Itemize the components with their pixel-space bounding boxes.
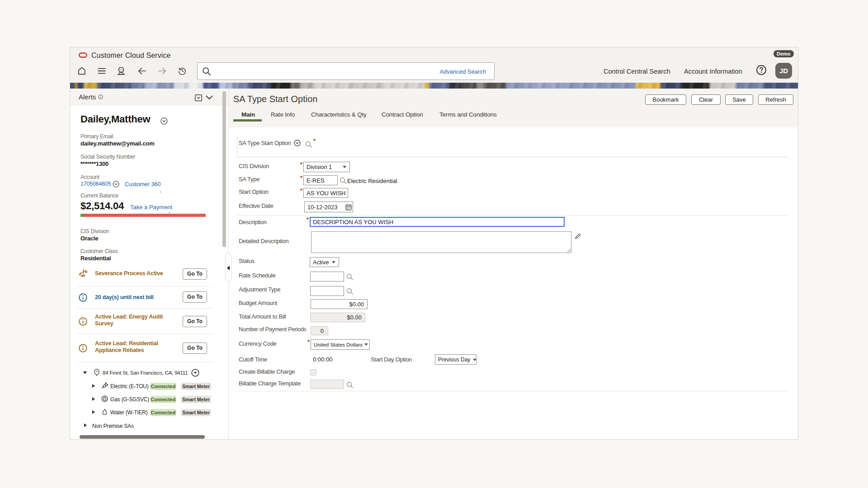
goto-energy-audit-button[interactable]: Go To — [183, 316, 207, 327]
sidebar-collapse-handle[interactable] — [225, 253, 231, 282]
adjustment-type-input[interactable] — [310, 286, 344, 296]
description-input[interactable]: DESCRIPTION AS YOU WISH — [310, 217, 565, 227]
gas-connected-badge: Connected — [150, 396, 176, 403]
sa-type-value: E-RES — [307, 177, 325, 184]
collapse-arrow-icon — [227, 266, 230, 270]
account-label: Account — [80, 174, 99, 180]
water-icon — [101, 408, 108, 415]
sa-type-input[interactable]: E-RES — [303, 175, 338, 185]
tab-contract-option[interactable]: Contract Option — [382, 111, 423, 118]
adjustment-type-search-icon[interactable] — [346, 288, 354, 295]
help-icon[interactable] — [756, 65, 767, 75]
vertical-scrollbar[interactable] — [222, 91, 226, 247]
advanced-search-link[interactable]: Advanced Search — [439, 68, 486, 75]
global-search-input[interactable] — [213, 63, 439, 80]
section-search-icon[interactable] — [305, 141, 312, 148]
detailed-description-textarea[interactable] — [311, 231, 571, 253]
user-avatar[interactable]: JD — [775, 63, 792, 79]
balance-bar-paid — [80, 214, 83, 217]
start-day-option-value: Previous Day — [438, 357, 470, 363]
account-menu-icon[interactable] — [113, 181, 119, 188]
section-menu-icon[interactable] — [294, 140, 301, 146]
collapse-chevron-icon[interactable] — [206, 95, 213, 100]
decorative-banner — [70, 83, 798, 89]
premise-expand-caret[interactable] — [83, 371, 87, 374]
water-expand-caret[interactable] — [92, 410, 95, 414]
budget-amount-input[interactable]: $0.00 — [311, 299, 368, 309]
refresh-button[interactable]: Refresh — [758, 94, 793, 105]
non-premise-expand-caret[interactable] — [84, 423, 87, 427]
customer-class-label: Customer Class — [80, 248, 118, 254]
currency-code-value: United States Dollars — [314, 342, 363, 347]
premise-address-link[interactable]: 84 Front St, San Francisco, CA, 94111 — [103, 370, 188, 375]
water-service-label[interactable]: Water (W-TIER) — [110, 409, 148, 416]
calendar-icon[interactable] — [345, 204, 352, 211]
tab-rate-info[interactable]: Rate Info — [271, 111, 295, 118]
alert-item-next-bill: 20 day(s) until next bill — [95, 294, 179, 301]
goto-severance-button[interactable]: Go To — [183, 268, 207, 280]
goto-next-bill-button[interactable]: Go To — [183, 291, 207, 303]
customer-360-link[interactable]: Customer 360 — [125, 181, 160, 188]
divider — [77, 362, 213, 362]
start-day-option-select[interactable]: Previous Day — [435, 354, 476, 365]
sa-type-search-icon[interactable] — [340, 177, 347, 184]
divider — [77, 333, 213, 334]
customer-360-icon[interactable] — [117, 66, 126, 75]
rate-schedule-search-icon[interactable] — [346, 273, 354, 281]
back-arrow-icon[interactable] — [137, 66, 146, 75]
lead-info-icon — [79, 317, 87, 326]
info-icon[interactable] — [98, 94, 103, 99]
detailed-description-label: Detailed Description — [239, 238, 288, 244]
cis-division-label: CIS Division — [239, 163, 269, 169]
account-number-link[interactable]: 1705064605 — [80, 181, 111, 187]
horizontal-scrollbar[interactable] — [80, 435, 205, 439]
bookmark-button[interactable]: Bookmark — [645, 94, 686, 105]
billable-charge-template-label: Billable Charge Template — [239, 380, 301, 387]
customer-menu-icon[interactable] — [160, 117, 168, 125]
tab-terms[interactable]: Terms and Conditions — [439, 111, 497, 118]
required-marker: * — [313, 137, 316, 144]
panel-dock-icon[interactable] — [195, 94, 202, 101]
electric-expand-caret[interactable] — [92, 384, 95, 388]
save-button[interactable]: Save — [725, 94, 753, 105]
top-chrome: Customer Cloud Service Demo — [70, 47, 798, 83]
oracle-logo-icon — [79, 52, 87, 58]
resize-grip[interactable] — [566, 248, 571, 252]
control-central-search-link[interactable]: Control Central Search — [604, 68, 670, 75]
menu-icon[interactable] — [97, 66, 106, 75]
bill-info-icon — [79, 293, 87, 302]
take-payment-link[interactable]: Take a Payment — [130, 204, 172, 211]
ssn-value: *******1300 — [80, 160, 108, 167]
main-header: SA Type Start Option Bookmark Clear Save… — [229, 89, 798, 127]
home-icon[interactable] — [77, 66, 86, 75]
rate-schedule-input[interactable] — [310, 272, 344, 282]
clear-button[interactable]: Clear — [691, 94, 721, 105]
alert-item-severance: Severance Process Active — [95, 270, 179, 277]
app-window: Customer Cloud Service Demo — [70, 47, 798, 440]
status-value: Active — [313, 259, 329, 266]
alerts-header: Alerts — [70, 89, 228, 105]
payment-periods-input: 0 — [311, 326, 328, 335]
tab-main[interactable]: Main — [241, 111, 255, 118]
forward-arrow-icon[interactable] — [158, 66, 167, 75]
electric-service-label[interactable]: Electric (E-TOU) — [110, 383, 149, 389]
start-option-input[interactable]: AS YOU WISH — [303, 188, 348, 198]
account-information-link[interactable]: Account Information — [684, 68, 742, 75]
section-header-row — [237, 137, 789, 157]
electric-icon — [101, 382, 108, 389]
divider — [77, 308, 213, 309]
goto-appliance-rebates-button[interactable]: Go To — [183, 343, 207, 354]
alerts-title: Alerts — [79, 93, 96, 101]
location-pin-icon — [94, 369, 99, 376]
history-icon[interactable] — [178, 66, 187, 75]
tab-characteristics[interactable]: Characteristics & Qty — [311, 111, 367, 118]
gas-service-label[interactable]: Gas (G-SGSVC) — [110, 396, 149, 403]
currency-code-label: Currency Code — [239, 340, 277, 347]
gas-expand-caret[interactable] — [92, 397, 95, 401]
alert-item-appliance-rebates: Active Lead: Residential Appliance Rebat… — [95, 340, 179, 353]
edit-pencil-icon[interactable] — [575, 233, 581, 239]
premise-actions-icon[interactable] — [191, 369, 199, 377]
non-premise-label[interactable]: Non Premise SAs — [92, 423, 134, 429]
gas-meter-badge: Smart Meter — [181, 396, 211, 403]
currency-code-select[interactable]: United States Dollars — [311, 339, 370, 350]
